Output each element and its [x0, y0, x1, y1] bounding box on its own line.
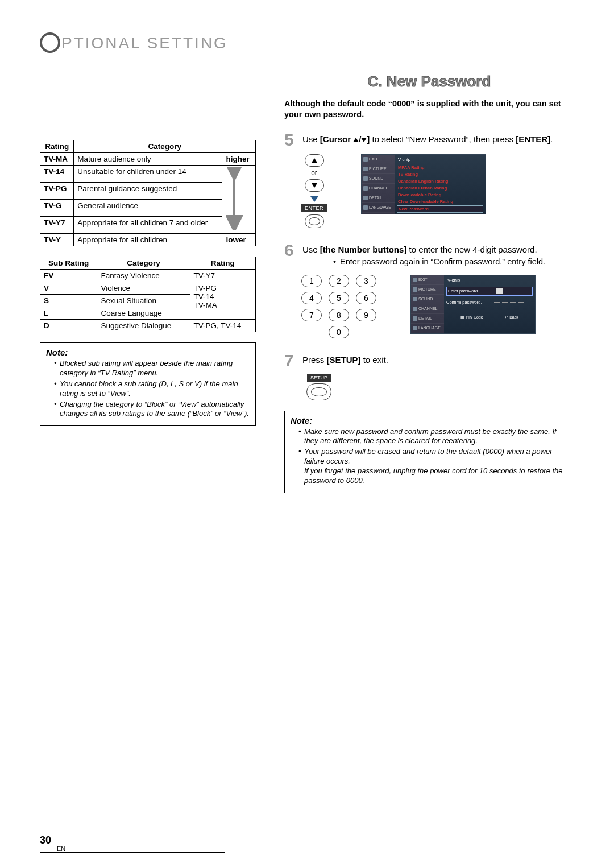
sub-rating-table: Sub Rating Category Rating FV Fantasy Vi…	[40, 257, 256, 332]
osd2-sound: SOUND	[411, 295, 444, 304]
s0: FV	[44, 271, 53, 280]
triangle-down-icon	[312, 183, 317, 188]
osd-m1: TV Rating	[397, 171, 483, 177]
osd2-picture: PICTURE	[411, 285, 444, 295]
osd-channel: CHANNEL	[362, 184, 395, 193]
num-7-button[interactable]: 7	[301, 309, 322, 321]
r2: TV-PG	[44, 184, 67, 193]
num-2-button[interactable]: 2	[329, 275, 349, 287]
intro-text: Although the default code “0000” is supp…	[284, 98, 574, 120]
s6-bullet: Enter password again in “Confirm passwor…	[333, 257, 545, 268]
step-6: 6 Use [the Number buttons] to enter the …	[284, 242, 574, 269]
osd-detail: DETAIL	[362, 193, 395, 203]
sc0: Fantasy Violence	[97, 270, 190, 282]
step6-illustration: 1 2 3 4 5 6 7 8 9 0 EXIT PICTURE SO	[301, 275, 574, 338]
osd-m2: Canadian English Rating	[397, 178, 483, 184]
sc1: Violence	[97, 282, 190, 295]
cursor-down-button[interactable]	[305, 179, 324, 192]
step-7: 7 Press [SETUP] to exit.	[284, 352, 574, 369]
num-8-button[interactable]: 8	[329, 309, 349, 321]
rn-sub: If you forget the password, unplug the p…	[304, 466, 568, 486]
header-text: PTIONAL SETTING	[61, 34, 228, 52]
arrow-higher: higher	[222, 153, 256, 166]
vertical-arrow-icon	[226, 167, 243, 230]
osd2-detail: DETAIL	[411, 314, 444, 324]
c2: Parental guidance suggested	[74, 183, 222, 200]
section-title: New Password	[387, 73, 491, 90]
num-6-button[interactable]: 6	[356, 292, 376, 304]
setup-button[interactable]	[306, 383, 331, 400]
s4: D	[44, 321, 49, 330]
osd-password-entry: EXIT PICTURE SOUND CHANNEL DETAIL LANGUA…	[410, 275, 536, 334]
r1: TV-14	[44, 167, 64, 176]
sth2: Category	[97, 257, 190, 270]
rn1: Your password will be erased and return …	[298, 447, 568, 486]
osd-sound: SOUND	[362, 174, 395, 184]
osd-m6-selected: New Password	[397, 205, 483, 213]
c1: Unsuitable for children under 14	[74, 166, 222, 183]
step-7-num: 7	[284, 352, 298, 369]
cursor-remote-cluster: or ENTER	[301, 154, 327, 228]
manual-page: PTIONAL SETTING Rating Category TV-MA Ma…	[0, 0, 614, 868]
cursor-up-icon	[353, 138, 359, 142]
th-category: Category	[74, 140, 256, 153]
osd-m0: MPAA Rating	[397, 164, 483, 171]
right-note-box: Note: Make sure new password and confirm…	[284, 411, 574, 493]
back-hint: ↩ Back	[505, 315, 518, 320]
sr-merged: TV-PG TV-14 TV-MA	[190, 282, 255, 320]
sr0: TV-Y7	[190, 270, 255, 282]
sc3: Coarse Language	[97, 307, 190, 320]
two-column-layout: Rating Category TV-MA Mature audience on…	[40, 72, 574, 493]
cursor-up-button[interactable]	[305, 154, 324, 167]
osd-m4: Downloadable Rating	[397, 192, 483, 198]
cursor-down-icon	[361, 138, 367, 142]
num-1-button[interactable]: 1	[301, 275, 322, 287]
s3: L	[44, 309, 48, 317]
num-3-button[interactable]: 3	[356, 275, 376, 287]
setup-label: SETUP	[307, 374, 331, 382]
number-pad: 1 2 3 4 5 6 7 8 9 0	[301, 275, 376, 338]
s1: V	[44, 284, 49, 292]
right-column: C. New Password Although the default cod…	[284, 72, 574, 493]
arrow-lower: lower	[222, 234, 256, 246]
step-7-text: Press [SETUP] to exit.	[302, 352, 388, 369]
enter-button[interactable]	[305, 214, 324, 228]
sth1: Sub Rating	[40, 257, 97, 270]
left-note-box: Note: Blocked sub rating will appear bes…	[40, 342, 256, 426]
num-4-button[interactable]: 4	[301, 292, 322, 304]
note-title: Note:	[46, 348, 250, 357]
step5-illustration: or ENTER EXIT PICTURE SOUND CHANNEL DETA…	[301, 154, 574, 228]
step-5-text: Use [Cursor /] to select “New Password”,…	[302, 131, 553, 148]
osd2-channel: CHANNEL	[411, 304, 444, 314]
section-prefix: C.	[368, 73, 383, 90]
osd-title: V-chip	[397, 156, 483, 164]
osd2-language: LANGUAGE	[411, 324, 444, 333]
c4: Appropriate for all children 7 and older	[74, 217, 222, 234]
page-number: 30 EN	[40, 834, 225, 853]
rating-table: Rating Category TV-MA Mature audience on…	[40, 140, 256, 246]
sr4: TV-PG, TV-14	[190, 320, 255, 332]
or-label: or	[311, 169, 317, 177]
r4: TV-Y7	[44, 218, 65, 227]
confirm-pw-label: Confirm password.	[446, 300, 492, 305]
enter-label: ENTER	[301, 204, 327, 212]
ln1: You cannot block a sub rating (D, L, S o…	[54, 379, 250, 399]
num-5-button[interactable]: 5	[329, 292, 349, 304]
sc4: Suggestive Dialogue	[97, 320, 190, 332]
header-o-icon	[40, 32, 60, 53]
pin-code-hint: ▦ PIN Code	[460, 315, 483, 320]
c5: Appropriate for all children	[74, 234, 222, 246]
step-5: 5 Use [Cursor /] to select “New Password…	[284, 131, 574, 148]
setup-button-cluster: SETUP	[305, 374, 333, 400]
num-0-button[interactable]: 0	[329, 326, 349, 338]
page-header: PTIONAL SETTING	[40, 34, 574, 55]
osd2-title: V-chip	[446, 276, 533, 284]
num-9-button[interactable]: 9	[356, 309, 376, 321]
step-6-num: 6	[284, 242, 298, 269]
sth3: Rating	[190, 257, 255, 270]
step-6-text: Use [the Number buttons] to enter the ne…	[302, 242, 545, 269]
left-column: Rating Category TV-MA Mature audience on…	[40, 72, 256, 493]
osd-m5: Clear Downloadable Rating	[397, 199, 483, 205]
triangle-up-icon	[312, 158, 317, 163]
ln0: Blocked sub rating will appear beside th…	[54, 359, 250, 378]
